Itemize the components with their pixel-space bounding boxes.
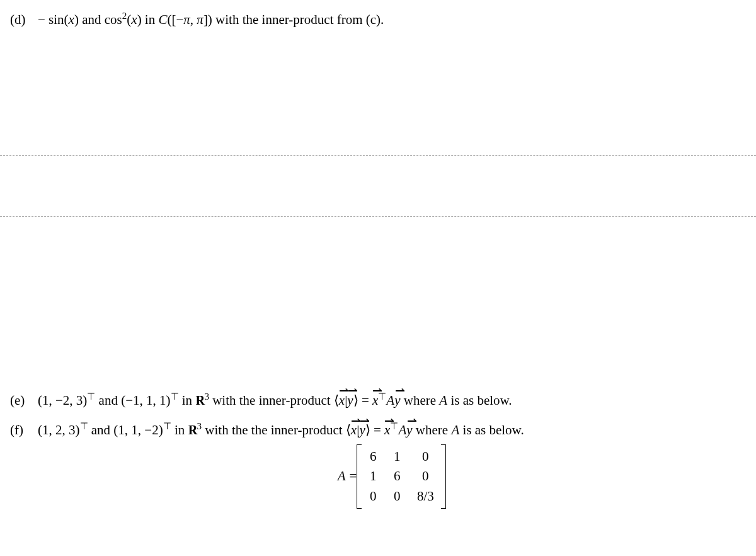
matrix-cell: 0	[413, 447, 437, 467]
reals-symbol: R	[195, 391, 204, 411]
matrix: 6 1 0 1 6 0 0 0 8/3	[357, 444, 446, 509]
transpose: ⊤	[163, 421, 171, 431]
text: in	[179, 393, 196, 408]
matrix-cell: 1	[389, 447, 404, 467]
gap	[0, 156, 756, 216]
text: ) in	[137, 12, 159, 27]
vector-y: y	[359, 420, 365, 441]
matrix-a: A	[439, 393, 447, 408]
var-x: x	[69, 12, 74, 27]
matrix-row: 1 6 0	[365, 466, 437, 487]
matrix-cell: 0	[365, 487, 381, 507]
text: ]) with the inner-product from (c).	[203, 12, 384, 27]
text: is as below.	[459, 422, 524, 437]
bottom-problems: (e) (1, −2, 3)⊤ and (−1, 1, 1)⊤ in R3 wi…	[0, 217, 756, 514]
text: where	[401, 393, 440, 408]
problem-d-body: − sin(x) and cos2(x) in C([−π, π]) with …	[38, 10, 746, 30]
vector: (1, 2, 3)	[38, 422, 80, 437]
matrix-a: A	[398, 422, 406, 437]
matrix-cell: 0	[389, 487, 404, 507]
problem-e: (e) (1, −2, 3)⊤ and (−1, 1, 1)⊤ in R3 wi…	[0, 386, 756, 416]
problem-d-section: (d) − sin(x) and cos2(x) in C([−π, π]) w…	[0, 0, 756, 35]
vector: (1, −2, 3)	[38, 393, 87, 408]
matrix-row: 6 1 0	[365, 447, 437, 467]
vector-x: x	[384, 420, 390, 441]
text: where	[413, 422, 452, 437]
vector-y: y	[394, 391, 400, 411]
text: ([−	[167, 12, 183, 27]
vector: (1, 1, −2)	[113, 422, 163, 437]
problem-f: (f) (1, 2, 3)⊤ and (1, 1, −2)⊤ in R3 wit…	[0, 415, 756, 514]
vector-y: y	[406, 420, 412, 441]
matrix-row: 0 0 8/3	[365, 487, 437, 507]
gap	[0, 35, 756, 155]
text: ) and cos	[74, 12, 122, 27]
var-c: C	[158, 12, 167, 27]
matrix-cell: 0	[413, 466, 437, 487]
matrix-a: A	[386, 393, 394, 408]
problem-f-body: (1, 2, 3)⊤ and (1, 1, −2)⊤ in R3 with th…	[38, 420, 746, 509]
matrix-cell: 1	[365, 466, 381, 487]
vector-x: x	[339, 391, 345, 411]
transpose: ⊤	[171, 391, 179, 402]
text: with the the inner-product ⟨	[202, 422, 351, 437]
transpose: ⊤	[80, 421, 88, 431]
text: in	[171, 422, 188, 437]
text: is as below.	[447, 393, 512, 408]
text: − sin(	[38, 12, 69, 27]
bracket-right-icon	[441, 444, 446, 509]
matrix-rows: 6 1 0 1 6 0 0 0 8/3	[362, 444, 441, 509]
text: and	[88, 422, 114, 437]
text: and	[95, 393, 121, 408]
vector-x: x	[351, 420, 357, 441]
problem-d: (d) − sin(x) and cos2(x) in C([−π, π]) w…	[0, 5, 756, 35]
vector-y: y	[347, 391, 353, 411]
matrix-cell: 6	[365, 447, 381, 467]
transpose: ⊤	[87, 391, 95, 402]
pi: π	[183, 12, 190, 27]
problem-e-label: (e)	[10, 391, 38, 411]
vector: (−1, 1, 1)	[121, 393, 170, 408]
matrix-cell: 6	[389, 466, 404, 487]
problem-d-label: (d)	[10, 10, 38, 30]
matrix-a: A	[451, 422, 459, 437]
equals: =	[349, 466, 357, 487]
var-x: x	[131, 12, 137, 27]
pi: π	[197, 12, 203, 27]
text: with the inner-product ⟨	[209, 393, 339, 408]
matrix-label: A	[338, 466, 346, 487]
text: ,	[190, 12, 197, 27]
vector-x: x	[372, 391, 378, 411]
problem-f-label: (f)	[10, 420, 38, 509]
reals-symbol: R	[188, 420, 197, 441]
matrix-cell: 8/3	[413, 487, 437, 507]
matrix-definition: A = 6 1 0 1 6 0	[38, 444, 746, 509]
problem-e-body: (1, −2, 3)⊤ and (−1, 1, 1)⊤ in R3 with t…	[38, 391, 746, 411]
bracket-left-icon	[357, 444, 362, 509]
